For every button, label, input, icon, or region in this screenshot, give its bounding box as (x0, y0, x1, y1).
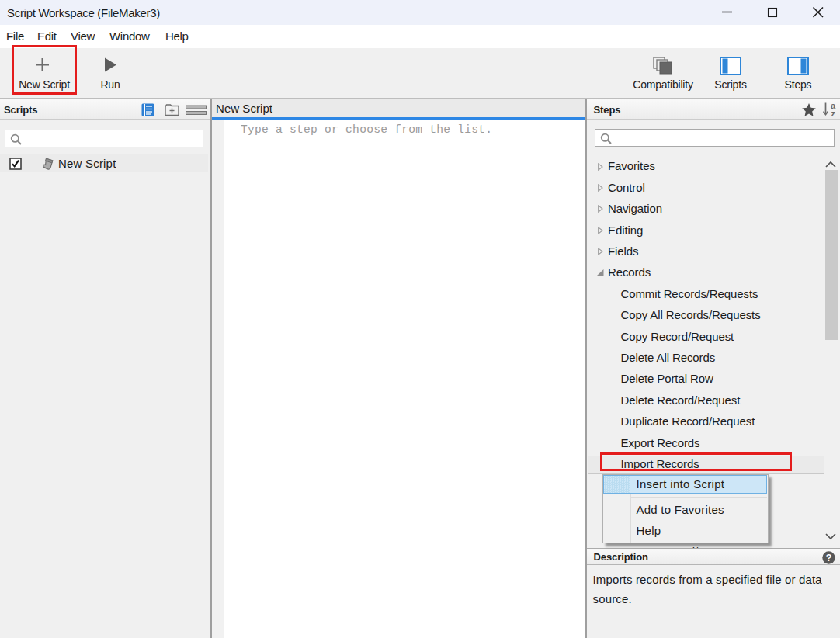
svg-text:z: z (831, 109, 835, 117)
svg-text:?: ? (825, 553, 831, 563)
